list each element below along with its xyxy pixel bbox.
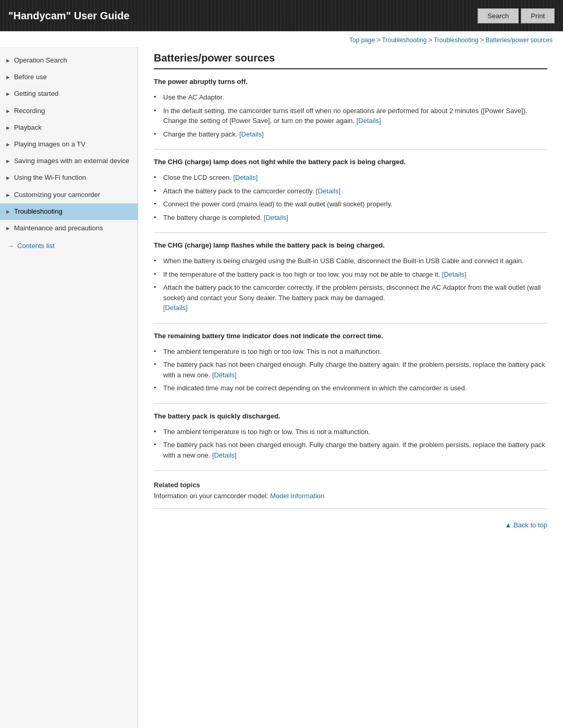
breadcrumb-troubleshooting1[interactable]: Troubleshooting [382, 36, 427, 44]
related-topics-heading: Related topics [154, 481, 547, 489]
breadcrumb-current[interactable]: Batteries/power sources [485, 36, 553, 44]
arrow-icon: ► [5, 174, 11, 182]
sidebar-label-playing-images-tv: Playing images on a TV [14, 140, 130, 149]
back-to-top-link[interactable]: ▲ Back to top [505, 521, 547, 529]
section-chg-no-light: The CHG (charge) lamp does not light whi… [154, 158, 547, 233]
breadcrumb: Top page > Troubleshooting > Troubleshoo… [0, 31, 563, 47]
print-button[interactable]: Print [521, 8, 555, 23]
list-item: The ambient temperature is too high or l… [154, 425, 547, 439]
sidebar-item-customizing[interactable]: ► Customizing your camcorder [0, 187, 138, 203]
section-heading-2: The CHG (charge) lamp does not light whi… [154, 158, 547, 166]
bullet-list-3: When the battery is being charged using … [154, 254, 547, 315]
section-power-off: The power abruptly turns off. Use the AC… [154, 78, 547, 150]
sidebar-label-saving-images: Saving images with an external device [14, 156, 130, 166]
sidebar: ► Operation Search ► Before use ► Gettin… [0, 47, 138, 728]
contents-arrow-icon: → [7, 242, 14, 250]
details-link[interactable]: [Details] [163, 304, 188, 312]
bullet-list-2: Close the LCD screen. [Details] Attach t… [154, 171, 547, 224]
breadcrumb-sep1: > [377, 36, 382, 44]
list-item: The ambient temperature is too high or t… [154, 345, 547, 359]
section-heading-3: The CHG (charge) lamp flashes while the … [154, 241, 547, 249]
section-heading-1: The power abruptly turns off. [154, 78, 547, 85]
breadcrumb-top[interactable]: Top page [349, 36, 375, 44]
contents-list-label: Contents list [17, 242, 55, 250]
header-title: "Handycam" User Guide [8, 10, 129, 22]
list-item: Attach the battery pack to the camcorder… [154, 184, 547, 198]
section-heading-4: The remaining battery time indicator doe… [154, 332, 547, 340]
list-item: Attach the battery pack to the camcorder… [154, 281, 547, 315]
bullet-list-1: Use the AC Adaptor. In the default setti… [154, 91, 547, 141]
section-remaining-time: The remaining battery time indicator doe… [154, 332, 547, 404]
sidebar-item-saving-images[interactable]: ► Saving images with an external device [0, 153, 138, 169]
list-item: Charge the battery pack. [Details] [154, 128, 547, 141]
list-item: Close the LCD screen. [Details] [154, 171, 547, 184]
section-quickly-discharged: The battery pack is quickly discharged. … [154, 412, 547, 471]
sidebar-item-troubleshooting[interactable]: ► Troubleshooting [0, 203, 138, 220]
main-content: Batteries/power sources The power abrupt… [138, 47, 563, 728]
sidebar-label-playback: Playback [14, 123, 130, 132]
sidebar-item-playing-images-tv[interactable]: ► Playing images on a TV [0, 136, 138, 153]
arrow-icon: ► [5, 225, 11, 232]
sidebar-label-operation-search: Operation Search [14, 56, 130, 65]
back-to-top: ▲ Back to top [154, 517, 547, 531]
sidebar-item-playback[interactable]: ► Playback [0, 119, 138, 136]
related-topics-label: Information on your camcorder model: [154, 492, 270, 500]
page-title: Batteries/power sources [154, 52, 547, 69]
sidebar-item-maintenance[interactable]: ► Maintenance and precautions [0, 220, 138, 237]
section-heading-5: The battery pack is quickly discharged. [154, 412, 547, 420]
sidebar-label-before-use: Before use [14, 72, 130, 82]
list-item: The battery pack has not been charged en… [154, 438, 547, 462]
list-item: The indicated time may not be correct de… [154, 381, 547, 395]
sidebar-label-recording: Recording [14, 106, 130, 116]
arrow-icon: ► [5, 90, 11, 98]
list-item: The battery pack has not been charged en… [154, 358, 547, 381]
breadcrumb-sep3: > [480, 36, 485, 44]
list-item: When the battery is being charged using … [154, 254, 547, 268]
arrow-icon: ► [5, 124, 11, 132]
contents-list-link[interactable]: → Contents list [0, 237, 138, 255]
arrow-icon: ► [5, 157, 11, 165]
details-link[interactable]: [Details] [442, 270, 467, 278]
sidebar-label-wifi: Using the Wi-Fi function [14, 173, 130, 182]
related-topics-text: Information on your camcorder model: Mod… [154, 492, 547, 500]
arrow-icon: ► [5, 141, 11, 149]
sidebar-item-operation-search[interactable]: ► Operation Search [0, 52, 138, 69]
sidebar-label-troubleshooting: Troubleshooting [14, 207, 130, 216]
list-item: Connect the power cord (mains lead) to t… [154, 198, 547, 211]
model-information-link[interactable]: Model Information [270, 492, 324, 500]
list-item: In the default setting, the camcorder tu… [154, 104, 547, 128]
sidebar-item-wifi[interactable]: ► Using the Wi-Fi function [0, 169, 138, 186]
breadcrumb-sep2: > [429, 36, 434, 44]
sidebar-item-getting-started[interactable]: ► Getting started [0, 85, 138, 102]
bullet-list-5: The ambient temperature is too high or l… [154, 425, 547, 462]
breadcrumb-troubleshooting2[interactable]: Troubleshooting [434, 36, 479, 44]
arrow-icon: ► [5, 57, 11, 65]
list-item: If the temperature of the battery pack i… [154, 268, 547, 281]
details-link[interactable]: [Details] [212, 371, 237, 379]
layout: ► Operation Search ► Before use ► Gettin… [0, 47, 563, 728]
arrow-icon: ► [5, 191, 11, 199]
bullet-list-4: The ambient temperature is too high or t… [154, 345, 547, 395]
related-topics: Related topics Information on your camco… [154, 479, 547, 509]
arrow-icon: ► [5, 73, 11, 81]
details-link[interactable]: [Details] [357, 117, 381, 125]
sidebar-label-getting-started: Getting started [14, 89, 130, 98]
sidebar-item-recording[interactable]: ► Recording [0, 103, 138, 119]
arrow-icon: ► [5, 208, 11, 216]
details-link[interactable]: [Details] [233, 174, 258, 181]
details-link[interactable]: [Details] [264, 214, 288, 221]
list-item: The battery charge is completed. [Detail… [154, 211, 547, 225]
search-button[interactable]: Search [478, 8, 519, 23]
sidebar-item-before-use[interactable]: ► Before use [0, 69, 138, 85]
header: "Handycam" User Guide Search Print [0, 0, 563, 31]
section-chg-flashes: The CHG (charge) lamp flashes while the … [154, 241, 547, 324]
details-link[interactable]: [Details] [212, 451, 237, 459]
sidebar-label-customizing: Customizing your camcorder [14, 190, 130, 200]
arrow-icon: ► [5, 107, 11, 115]
header-buttons: Search Print [478, 8, 555, 23]
list-item: Use the AC Adaptor. [154, 91, 547, 104]
details-link[interactable]: [Details] [316, 187, 340, 195]
sidebar-label-maintenance: Maintenance and precautions [14, 224, 130, 233]
details-link[interactable]: [Details] [239, 130, 264, 138]
